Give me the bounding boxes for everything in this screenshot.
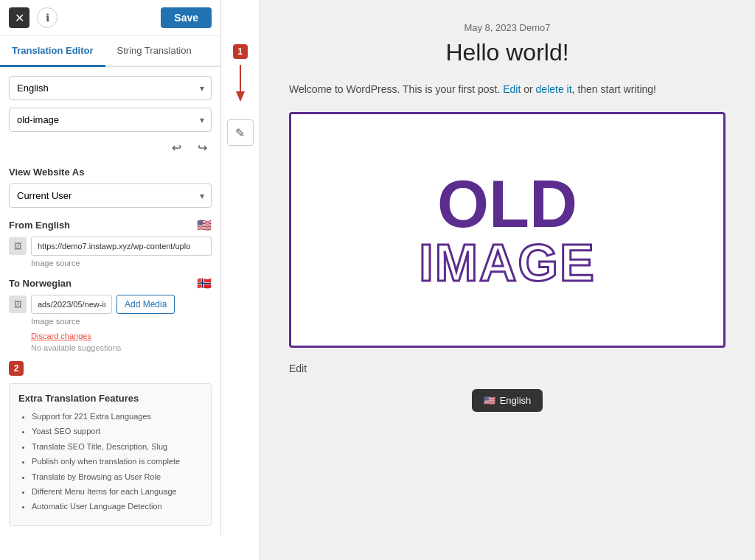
view-website-as-label: View Website As: [9, 167, 212, 178]
from-english-header: From English 🇺🇸: [9, 218, 212, 232]
pencil-icon: ✎: [235, 126, 245, 140]
old-image-graphic: OLD IMAGE: [419, 171, 595, 289]
view-website-as-section: View Website As Current User Guest Admin: [9, 167, 212, 208]
view-as-select[interactable]: Current User Guest Admin: [9, 183, 212, 208]
language-bar[interactable]: 🇺🇸 English: [472, 389, 543, 412]
extra-features-list: Support for 221 Extra Languages Yoast SE…: [18, 411, 202, 513]
tab-string-translation[interactable]: String Translation: [105, 36, 203, 67]
to-norwegian-header: To Norwegian 🇳🇴: [9, 276, 212, 290]
from-image-icon: 🖼: [9, 237, 27, 255]
info-button[interactable]: ℹ: [37, 7, 58, 28]
close-button[interactable]: ✕: [9, 7, 29, 28]
to-image-icon: 🖼: [9, 295, 27, 313]
list-item: Translate by Browsing as User Role: [32, 472, 202, 483]
post-title: Hello world!: [289, 39, 726, 66]
list-item: Translate SEO Title, Description, Slug: [32, 441, 202, 452]
preview-area: May 8, 2023 Demo7 Hello world! Welcome t…: [260, 0, 755, 560]
list-item: Different Menu Items for each Language: [32, 486, 202, 497]
post-type-select[interactable]: old-image new-image: [9, 108, 212, 132]
lang-bar-label: English: [500, 395, 532, 406]
top-bar: ✕ ℹ Save: [0, 0, 220, 36]
list-item: Publish only when translation is complet…: [32, 456, 202, 467]
tab-translation-editor[interactable]: Translation Editor: [0, 36, 105, 67]
list-item: Support for 221 Extra Languages: [32, 411, 202, 422]
to-norwegian-label: To Norwegian: [9, 278, 72, 289]
svg-marker-1: [236, 91, 245, 102]
annotation-badge-1: 1: [233, 44, 248, 59]
to-norwegian-flag: 🇳🇴: [197, 276, 212, 290]
language-select-wrapper[interactable]: English Norwegian French: [9, 76, 212, 100]
from-source-label: Image source: [31, 259, 212, 267]
edit-label[interactable]: Edit: [289, 363, 726, 374]
post-meta: May 8, 2023 Demo7: [289, 22, 726, 33]
discard-changes-link[interactable]: Discard changes: [31, 332, 212, 340]
post-image-container: OLD IMAGE: [289, 112, 726, 348]
lang-bar-flag: 🇺🇸: [484, 395, 495, 406]
to-norwegian-section: To Norwegian 🇳🇴 🖼 Add Media Image source…: [9, 276, 212, 352]
to-source-input[interactable]: [31, 295, 112, 314]
right-panel: May 8, 2023 Demo7 Hello world! Welcome t…: [260, 0, 755, 560]
center-column: 1 ✎: [221, 0, 260, 560]
redo-button[interactable]: ↪: [193, 139, 212, 156]
delete-link-inline[interactable]: delete it: [536, 83, 572, 95]
annotation-badge-2: 2: [9, 361, 24, 376]
post-type-select-wrapper[interactable]: old-image new-image: [9, 108, 212, 132]
old-image-line1: OLD: [419, 171, 595, 237]
no-suggestions-text: No available suggestions: [31, 343, 212, 352]
from-source-row: 🖼: [9, 237, 212, 256]
edit-link-inline[interactable]: Edit: [503, 83, 521, 95]
old-image-line2: IMAGE: [419, 237, 595, 289]
from-english-flag: 🇺🇸: [197, 218, 212, 232]
from-english-section: From English 🇺🇸 🖼 Image source: [9, 218, 212, 267]
list-item: Yoast SEO support: [32, 426, 202, 437]
undo-redo-bar: ↩ ↪: [9, 139, 212, 156]
panel-body: English Norwegian French old-image new-i…: [0, 67, 220, 535]
from-english-label: From English: [9, 220, 70, 231]
language-select[interactable]: English Norwegian French: [9, 76, 212, 100]
view-as-select-wrapper[interactable]: Current User Guest Admin: [9, 183, 212, 208]
to-source-label: Image source: [31, 317, 212, 326]
pencil-edit-button[interactable]: ✎: [227, 119, 254, 146]
from-source-input[interactable]: [31, 237, 212, 256]
save-button[interactable]: Save: [161, 7, 212, 28]
list-item: Automatic User Language Detection: [32, 501, 202, 512]
post-intro: Welcome to WordPress. This is your first…: [289, 81, 726, 97]
undo-button[interactable]: ↩: [167, 139, 186, 156]
add-media-button[interactable]: Add Media: [116, 295, 175, 314]
tabs: Translation Editor String Translation: [0, 36, 220, 67]
annotation-arrow-1: [233, 65, 248, 102]
extra-features-section: Extra Translation Features Support for 2…: [9, 383, 212, 526]
extra-features-title: Extra Translation Features: [18, 393, 202, 404]
left-panel: ✕ ℹ Save Translation Editor String Trans…: [0, 0, 221, 560]
to-source-row: 🖼 Add Media: [9, 295, 212, 314]
